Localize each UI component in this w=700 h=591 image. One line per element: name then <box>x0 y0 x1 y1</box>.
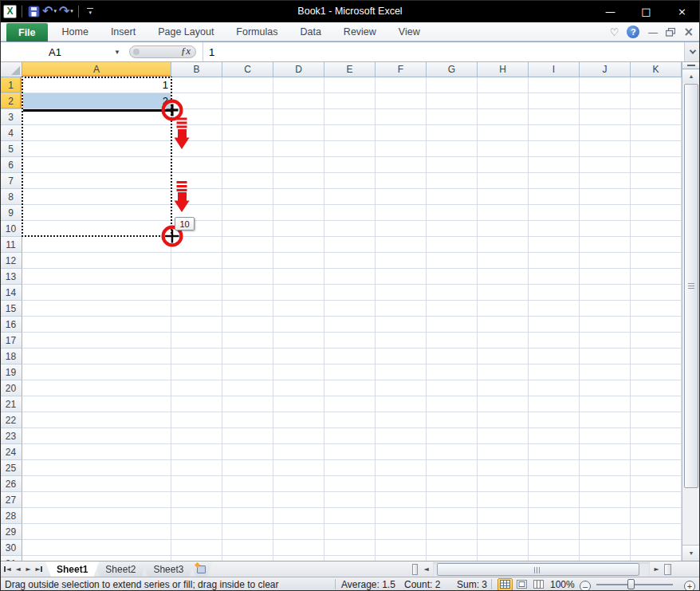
cell-E10[interactable] <box>324 221 376 237</box>
cell-F6[interactable] <box>376 157 427 173</box>
cell-F29[interactable] <box>376 524 427 540</box>
cell-C4[interactable] <box>222 125 273 141</box>
cell-A10[interactable] <box>22 221 171 237</box>
cell-F14[interactable] <box>376 285 427 301</box>
column-header-g[interactable]: G <box>427 62 478 77</box>
cell-I13[interactable] <box>529 269 580 285</box>
cell-E1[interactable] <box>324 77 376 93</box>
cell-A24[interactable] <box>22 444 171 460</box>
cell-A17[interactable] <box>22 333 171 349</box>
row-header-2[interactable]: 2 <box>0 93 22 109</box>
cell-D29[interactable] <box>273 524 324 540</box>
cell-K22[interactable] <box>631 412 682 428</box>
cell-D26[interactable] <box>273 476 324 492</box>
horizontal-split-handle[interactable] <box>412 564 418 575</box>
cell-E27[interactable] <box>324 492 376 508</box>
cell-I1[interactable] <box>529 77 580 93</box>
row-header-16[interactable]: 16 <box>0 317 22 333</box>
cell-I29[interactable] <box>529 524 580 540</box>
cell-A13[interactable] <box>22 269 171 285</box>
cell-K19[interactable] <box>631 364 682 380</box>
cell-B1[interactable] <box>171 77 222 93</box>
cell-K23[interactable] <box>631 428 682 444</box>
cell-F18[interactable] <box>376 349 427 364</box>
cell-F16[interactable] <box>376 317 427 333</box>
cell-C5[interactable] <box>222 141 273 157</box>
zoom-slider-track[interactable] <box>596 584 673 585</box>
cell-A6[interactable] <box>22 157 171 173</box>
workbook-restore-icon[interactable] <box>666 28 675 37</box>
cell-K16[interactable] <box>631 317 682 333</box>
cell-I11[interactable] <box>529 237 580 253</box>
cell-F27[interactable] <box>376 492 427 508</box>
cell-G30[interactable] <box>427 540 478 556</box>
cell-F19[interactable] <box>376 364 427 380</box>
cell-D22[interactable] <box>273 412 324 428</box>
cell-C18[interactable] <box>222 349 273 364</box>
save-button[interactable] <box>27 3 40 19</box>
cell-K14[interactable] <box>631 285 682 301</box>
cell-K25[interactable] <box>631 460 682 476</box>
cell-E16[interactable] <box>324 317 376 333</box>
vertical-scrollbar-thumb[interactable] <box>684 84 698 488</box>
cell-J7[interactable] <box>580 173 631 189</box>
cell-J12[interactable] <box>580 253 631 269</box>
row-header-25[interactable]: 25 <box>0 460 22 476</box>
cell-F1[interactable] <box>376 77 427 93</box>
cell-G16[interactable] <box>427 317 478 333</box>
cell-E15[interactable] <box>324 301 376 317</box>
cell-A18[interactable] <box>22 349 171 364</box>
cell-B4[interactable] <box>171 125 222 141</box>
ribbon-tab-page-layout[interactable]: Page Layout <box>147 22 225 41</box>
cell-I17[interactable] <box>529 333 580 349</box>
cell-D7[interactable] <box>273 173 324 189</box>
cell-D6[interactable] <box>273 157 324 173</box>
cell-J23[interactable] <box>580 428 631 444</box>
cell-B20[interactable] <box>171 380 222 396</box>
cell-G21[interactable] <box>427 396 478 412</box>
cell-C24[interactable] <box>222 444 273 460</box>
cell-D9[interactable] <box>273 205 324 221</box>
cell-D15[interactable] <box>273 301 324 317</box>
cell-I5[interactable] <box>529 141 580 157</box>
cell-E9[interactable] <box>324 205 376 221</box>
cell-H20[interactable] <box>478 380 529 396</box>
cell-E25[interactable] <box>324 460 376 476</box>
cell-I27[interactable] <box>529 492 580 508</box>
row-header-4[interactable]: 4 <box>0 125 22 141</box>
cell-E24[interactable] <box>324 444 376 460</box>
cell-G4[interactable] <box>427 125 478 141</box>
cell-K18[interactable] <box>631 349 682 364</box>
cell-D10[interactable] <box>273 221 324 237</box>
row-header-3[interactable]: 3 <box>0 109 22 125</box>
cell-E4[interactable] <box>324 125 376 141</box>
cell-C19[interactable] <box>222 364 273 380</box>
cell-H6[interactable] <box>478 157 529 173</box>
cell-E3[interactable] <box>324 109 376 125</box>
row-header-24[interactable]: 24 <box>0 444 22 460</box>
cell-J24[interactable] <box>580 444 631 460</box>
cell-H21[interactable] <box>478 396 529 412</box>
cell-J11[interactable] <box>580 237 631 253</box>
cell-J16[interactable] <box>580 317 631 333</box>
cell-C12[interactable] <box>222 253 273 269</box>
cell-C11[interactable] <box>222 237 273 253</box>
redo-button[interactable]: ↷ ▾ <box>59 3 73 19</box>
cell-C16[interactable] <box>222 317 273 333</box>
cell-H15[interactable] <box>478 301 529 317</box>
cell-F3[interactable] <box>376 109 427 125</box>
cell-H16[interactable] <box>478 317 529 333</box>
cell-J9[interactable] <box>580 205 631 221</box>
cell-F20[interactable] <box>376 380 427 396</box>
cell-I12[interactable] <box>529 253 580 269</box>
cell-K2[interactable] <box>631 93 682 109</box>
cell-B14[interactable] <box>171 285 222 301</box>
cell-B16[interactable] <box>171 317 222 333</box>
cell-D11[interactable] <box>273 237 324 253</box>
row-header-1[interactable]: 1 <box>0 77 22 93</box>
zoom-out-button[interactable]: – <box>580 581 591 591</box>
cell-G9[interactable] <box>427 205 478 221</box>
cell-H13[interactable] <box>478 269 529 285</box>
cell-G29[interactable] <box>427 524 478 540</box>
horizontal-split-box[interactable] <box>664 564 671 575</box>
